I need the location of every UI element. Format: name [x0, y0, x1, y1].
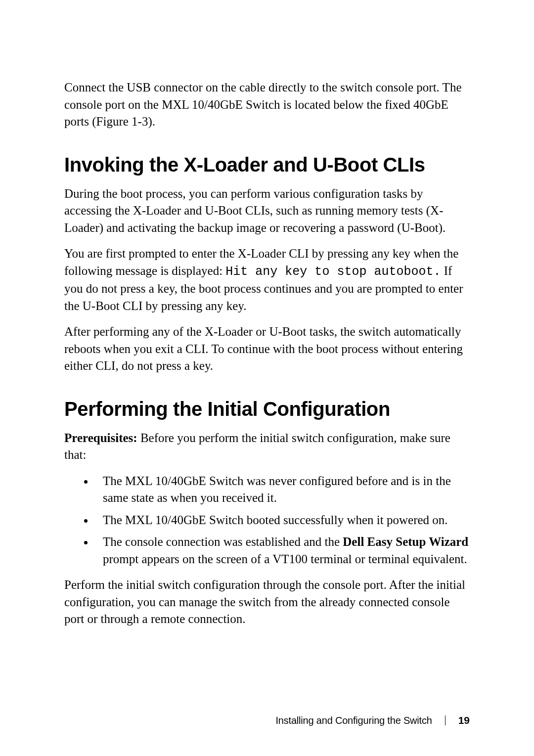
- page-footer: Installing and Configuring the Switch 19: [276, 714, 470, 726]
- heading-invoking-cli: Invoking the X-Loader and U-Boot CLIs: [64, 153, 470, 177]
- list-item-part-a: The console connection was established a…: [103, 535, 343, 548]
- page: Connect the USB connector on the cable d…: [0, 0, 534, 756]
- list-item: The console connection was established a…: [94, 534, 470, 568]
- section1-p1: During the boot process, you can perform…: [64, 185, 470, 237]
- section1-p2: You are first prompted to enter the X-Lo…: [64, 245, 470, 314]
- list-item: The MXL 10/40GbE Switch booted successfu…: [94, 512, 470, 529]
- code-hit-any-key: Hit any key to stop autoboot.: [225, 265, 441, 279]
- heading-initial-config: Performing the Initial Configuration: [64, 398, 470, 421]
- list-item-part-b: prompt appears on the screen of a VT100 …: [103, 552, 467, 566]
- footer-section-name: Installing and Configuring the Switch: [276, 715, 432, 726]
- list-item: The MXL 10/40GbE Switch was never config…: [94, 473, 470, 507]
- section2-p-after-list: Perform the initial switch configuration…: [64, 577, 470, 628]
- dell-wizard-label: Dell Easy Setup Wizard: [343, 535, 468, 548]
- section1-p3: After performing any of the X-Loader or …: [64, 323, 470, 375]
- prerequisites-label: Prerequisites:: [64, 431, 137, 445]
- prerequisites-list: The MXL 10/40GbE Switch was never config…: [64, 473, 470, 568]
- footer-divider: [445, 715, 445, 725]
- prereq-paragraph: Prerequisites: Before you perform the in…: [64, 430, 470, 464]
- footer-page-number: 19: [458, 714, 470, 726]
- intro-paragraph: Connect the USB connector on the cable d…: [64, 79, 470, 131]
